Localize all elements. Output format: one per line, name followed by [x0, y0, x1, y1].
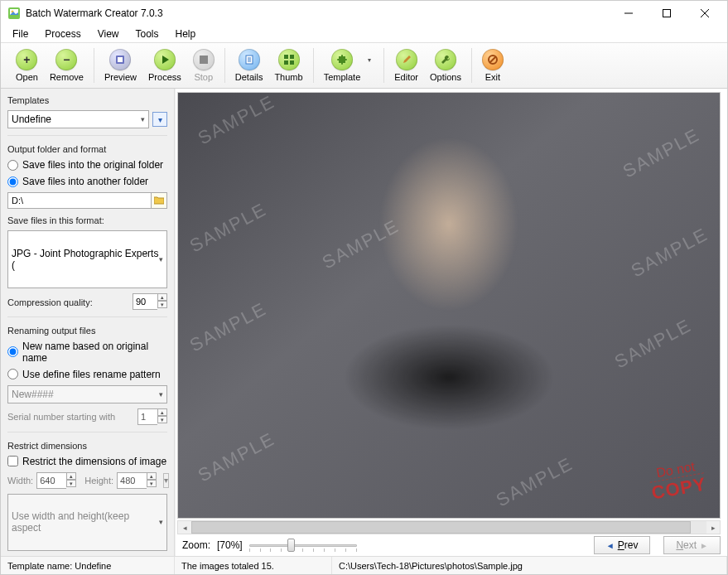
format-label: Save files in this format:	[7, 215, 167, 225]
folder-icon	[154, 196, 164, 205]
process-button[interactable]: Process	[148, 49, 181, 82]
aspect-select: Use width and height(keep aspect▾	[7, 494, 167, 552]
output-path-input[interactable]	[7, 192, 151, 209]
preview-button[interactable]: Preview	[104, 49, 137, 82]
quality-label: Compression quality:	[7, 297, 129, 307]
sample-watermark: SAMPLE	[620, 124, 704, 182]
template-dropdown[interactable]: ▾	[365, 49, 374, 70]
height-spinner: ▴▾	[147, 472, 157, 489]
svg-rect-14	[284, 55, 288, 59]
status-count: The images totaled 15.	[175, 557, 332, 574]
format-select[interactable]: JPG - Joint Photographic Experts (▾	[7, 230, 167, 288]
serial-label: Serial number starting with	[7, 412, 134, 422]
scrollbar-thumb[interactable]	[191, 521, 691, 534]
main-panel: SAMPLE SAMPLE SAMPLE SAMPLE SAMPLE SAMPL…	[175, 89, 727, 556]
minus-icon: −	[55, 49, 77, 70]
menu-view[interactable]: View	[91, 27, 126, 41]
do-not-copy-stamp: Do not COPY	[647, 458, 707, 505]
stop-button[interactable]: Stop	[193, 49, 215, 82]
options-button[interactable]: Options	[430, 49, 461, 82]
open-button[interactable]: +Open	[16, 49, 38, 82]
chevron-right-icon: ►	[700, 541, 708, 550]
zoom-label: Zoom:	[182, 539, 210, 551]
templates-dropdown-icon[interactable]: ▾	[152, 112, 167, 127]
dimensions-dropdown: ▾	[163, 473, 169, 488]
width-label: Width:	[7, 476, 33, 486]
rename-original-radio[interactable]: New name based on original name	[7, 341, 167, 364]
svg-rect-9	[200, 56, 208, 64]
serial-spinner: ▴▾	[157, 408, 167, 425]
next-button[interactable]: Next►	[663, 536, 721, 554]
toolbar: +Open −Remove Preview Process Stop Detai…	[1, 42, 727, 89]
save-original-radio[interactable]: Save files into the original folder	[7, 159, 167, 171]
status-path: C:\Users\Tech-18\Pictures\photos\Sample.…	[332, 557, 727, 574]
sample-watermark: SAMPLE	[195, 92, 279, 149]
pattern-input: New####▾	[7, 385, 167, 403]
width-spinner: ▴▾	[66, 472, 76, 489]
minimize-button[interactable]	[610, 1, 648, 26]
chevron-left-icon: ◄	[606, 541, 615, 550]
svg-rect-8	[118, 57, 123, 62]
save-other-radio[interactable]: Save files into another folder	[7, 176, 167, 187]
puzzle-icon	[331, 49, 353, 70]
play-icon	[154, 49, 176, 70]
browse-folder-button[interactable]	[151, 192, 167, 209]
width-input	[36, 472, 66, 489]
rename-header: Renaming output files	[7, 326, 167, 336]
templates-select[interactable]: Undefine▾	[7, 110, 149, 128]
wrench-icon	[435, 49, 456, 70]
height-label: Height:	[84, 476, 113, 486]
window-title: Batch Watermark Creator 7.0.3	[26, 7, 610, 19]
stop-icon	[193, 49, 215, 70]
rename-pattern-radio[interactable]: Use define files rename pattern	[7, 369, 167, 380]
sample-watermark: SAMPLE	[628, 224, 712, 282]
titlebar: Batch Watermark Creator 7.0.3	[1, 1, 727, 26]
scroll-right-icon[interactable]: ▸	[706, 521, 720, 534]
quality-input[interactable]	[133, 293, 157, 310]
template-button[interactable]: Template	[324, 49, 361, 82]
close-button[interactable]	[686, 1, 724, 26]
status-template: Template name: Undefine	[1, 557, 175, 574]
quality-spinner[interactable]: ▴▾	[157, 293, 167, 310]
svg-rect-16	[284, 60, 288, 65]
menu-help[interactable]: Help	[169, 27, 203, 41]
plus-icon: +	[16, 49, 37, 70]
zoom-value: [70%]	[217, 539, 243, 551]
sidebar: Templates Undefine▾ ▾ Output folder and …	[1, 89, 175, 556]
scroll-left-icon[interactable]: ◂	[178, 521, 191, 534]
output-header: Output folder and format	[7, 144, 167, 154]
zoom-slider-handle[interactable]	[287, 539, 295, 552]
list-icon	[239, 49, 260, 70]
restrict-checkbox[interactable]: Restrict the dimensions of image	[7, 456, 167, 467]
horizontal-scrollbar[interactable]: ◂ ▸	[177, 520, 721, 534]
svg-rect-17	[290, 60, 294, 65]
exit-button[interactable]: Exit	[482, 49, 504, 82]
prohibit-icon	[482, 49, 504, 70]
menubar: File Process View Tools Help	[1, 26, 727, 42]
remove-button[interactable]: −Remove	[50, 49, 84, 82]
svg-rect-15	[290, 55, 294, 59]
grid-icon	[278, 49, 300, 70]
menu-process[interactable]: Process	[38, 27, 87, 41]
menu-file[interactable]: File	[6, 27, 35, 41]
restrict-header: Restrict dimensions	[7, 441, 167, 451]
pencil-icon	[396, 49, 417, 70]
sample-watermark: SAMPLE	[186, 199, 271, 257]
templates-label: Templates	[7, 95, 167, 105]
film-icon	[109, 49, 131, 70]
editor-button[interactable]: Editor	[394, 49, 418, 82]
svg-rect-4	[663, 10, 671, 17]
details-button[interactable]: Details	[235, 49, 263, 82]
thumb-button[interactable]: Thumb	[274, 49, 302, 82]
zoom-slider[interactable]	[249, 539, 357, 551]
preview-image: SAMPLE SAMPLE SAMPLE SAMPLE SAMPLE SAMPL…	[177, 92, 721, 519]
sample-watermark: SAMPLE	[611, 315, 696, 373]
prev-button[interactable]: ◄Prev	[594, 536, 651, 554]
sample-watermark: SAMPLE	[195, 428, 279, 486]
sample-watermark: SAMPLE	[186, 298, 271, 356]
svg-line-19	[489, 57, 495, 63]
menu-tools[interactable]: Tools	[129, 27, 166, 41]
height-input	[117, 472, 147, 489]
photo-content	[316, 127, 581, 475]
maximize-button[interactable]	[648, 1, 686, 26]
